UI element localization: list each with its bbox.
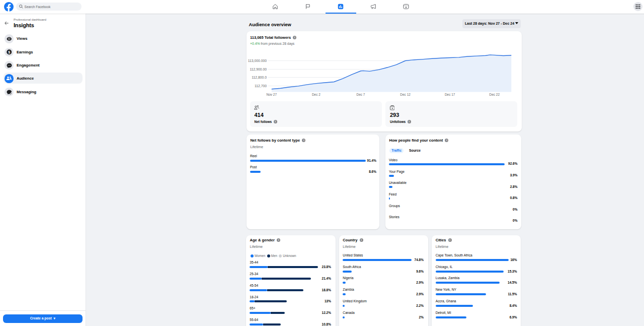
svg-text:$: $ xyxy=(8,50,10,54)
